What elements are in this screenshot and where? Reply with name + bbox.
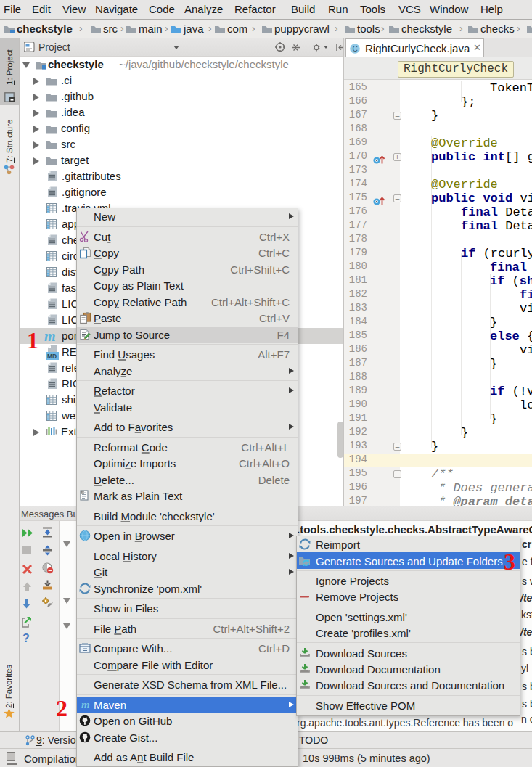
svg-text:C: C [353,45,358,53]
svg-text:MD: MD [47,353,57,360]
